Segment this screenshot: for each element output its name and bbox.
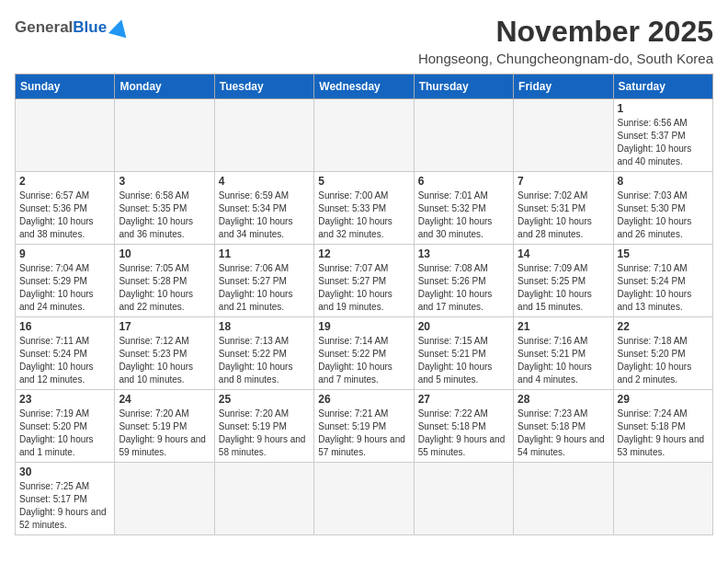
calendar-cell: 12Sunrise: 7:07 AM Sunset: 5:27 PM Dayli… [314,245,414,317]
day-info: Sunrise: 7:03 AM Sunset: 5:30 PM Dayligh… [618,190,709,241]
day-info: Sunrise: 7:24 AM Sunset: 5:18 PM Dayligh… [618,408,709,459]
calendar-header-wednesday: Wednesday [314,75,414,99]
calendar-cell: 28Sunrise: 7:23 AM Sunset: 5:18 PM Dayli… [514,390,613,463]
calendar-cell: 15Sunrise: 7:10 AM Sunset: 5:24 PM Dayli… [613,245,712,317]
day-info: Sunrise: 7:06 AM Sunset: 5:27 PM Dayligh… [219,262,310,314]
calendar-week-row: 16Sunrise: 7:11 AM Sunset: 5:24 PM Dayli… [16,317,713,390]
day-number: 27 [418,393,509,406]
day-number: 22 [618,320,709,333]
calendar-cell: 24Sunrise: 7:20 AM Sunset: 5:19 PM Dayli… [115,390,214,463]
calendar-cell: 17Sunrise: 7:12 AM Sunset: 5:23 PM Dayli… [115,317,214,390]
calendar-week-row: 30Sunrise: 7:25 AM Sunset: 5:17 PM Dayli… [16,463,713,535]
calendar-cell: 16Sunrise: 7:11 AM Sunset: 5:24 PM Dayli… [16,317,115,390]
calendar-header-friday: Friday [514,75,613,99]
day-info: Sunrise: 7:22 AM Sunset: 5:18 PM Dayligh… [418,408,509,459]
day-info: Sunrise: 7:04 AM Sunset: 5:29 PM Dayligh… [19,262,110,314]
logo-general-text: General [15,18,73,37]
calendar-cell: 30Sunrise: 7:25 AM Sunset: 5:17 PM Dayli… [16,463,115,535]
calendar-cell: 4Sunrise: 6:59 AM Sunset: 5:34 PM Daylig… [214,172,313,245]
calendar-cell: 8Sunrise: 7:03 AM Sunset: 5:30 PM Daylig… [613,172,712,245]
calendar-week-row: 2Sunrise: 6:57 AM Sunset: 5:36 PM Daylig… [16,172,713,245]
calendar-table: SundayMondayTuesdayWednesdayThursdayFrid… [15,74,713,535]
day-info: Sunrise: 7:21 AM Sunset: 5:19 PM Dayligh… [318,408,409,459]
calendar-cell: 26Sunrise: 7:21 AM Sunset: 5:19 PM Dayli… [314,390,414,463]
calendar-cell: 23Sunrise: 7:19 AM Sunset: 5:20 PM Dayli… [16,390,115,463]
day-info: Sunrise: 7:15 AM Sunset: 5:21 PM Dayligh… [418,335,509,386]
calendar-cell: 18Sunrise: 7:13 AM Sunset: 5:22 PM Dayli… [214,317,313,390]
calendar-week-row: 9Sunrise: 7:04 AM Sunset: 5:29 PM Daylig… [16,245,713,317]
day-info: Sunrise: 6:58 AM Sunset: 5:35 PM Dayligh… [119,190,210,241]
calendar-cell: 1Sunrise: 6:56 AM Sunset: 5:37 PM Daylig… [613,99,712,172]
calendar-cell: 6Sunrise: 7:01 AM Sunset: 5:32 PM Daylig… [414,172,513,245]
day-number: 3 [119,175,210,188]
calendar-cell: 21Sunrise: 7:16 AM Sunset: 5:21 PM Dayli… [514,317,613,390]
day-info: Sunrise: 7:00 AM Sunset: 5:33 PM Dayligh… [318,190,409,241]
calendar-header-monday: Monday [115,75,214,99]
day-number: 6 [418,175,509,188]
calendar-cell [214,463,313,535]
day-number: 15 [618,247,709,260]
day-number: 17 [119,320,210,333]
day-number: 29 [618,393,709,406]
day-number: 21 [518,320,609,333]
day-number: 20 [418,320,509,333]
day-info: Sunrise: 7:14 AM Sunset: 5:22 PM Dayligh… [318,335,409,386]
day-number: 5 [318,175,409,188]
day-info: Sunrise: 7:08 AM Sunset: 5:26 PM Dayligh… [418,262,509,314]
calendar-cell [16,99,115,172]
logo-triangle-icon [108,17,131,39]
calendar-header-saturday: Saturday [613,75,712,99]
calendar-cell: 29Sunrise: 7:24 AM Sunset: 5:18 PM Dayli… [613,390,712,463]
day-number: 16 [19,320,110,333]
calendar-cell: 20Sunrise: 7:15 AM Sunset: 5:21 PM Dayli… [414,317,513,390]
day-number: 13 [418,247,509,260]
day-number: 1 [618,102,709,115]
day-number: 2 [19,175,110,188]
calendar-cell [414,463,513,535]
calendar-cell: 11Sunrise: 7:06 AM Sunset: 5:27 PM Dayli… [214,245,313,317]
day-info: Sunrise: 7:01 AM Sunset: 5:32 PM Dayligh… [418,190,509,241]
day-info: Sunrise: 7:25 AM Sunset: 5:17 PM Dayligh… [19,480,110,532]
day-number: 8 [618,175,709,188]
calendar-cell [115,99,214,172]
day-info: Sunrise: 7:20 AM Sunset: 5:19 PM Dayligh… [219,408,310,459]
logo: General Blue [15,18,129,37]
calendar-cell [314,463,414,535]
calendar-cell: 9Sunrise: 7:04 AM Sunset: 5:29 PM Daylig… [16,245,115,317]
calendar-cell [514,463,613,535]
calendar-header-row: SundayMondayTuesdayWednesdayThursdayFrid… [16,75,713,99]
calendar-cell: 22Sunrise: 7:18 AM Sunset: 5:20 PM Dayli… [613,317,712,390]
calendar-cell: 25Sunrise: 7:20 AM Sunset: 5:19 PM Dayli… [214,390,313,463]
day-number: 4 [219,175,310,188]
day-number: 23 [19,393,110,406]
calendar-cell: 14Sunrise: 7:09 AM Sunset: 5:25 PM Dayli… [514,245,613,317]
calendar-cell [115,463,214,535]
calendar-header-tuesday: Tuesday [214,75,313,99]
calendar-cell: 7Sunrise: 7:02 AM Sunset: 5:31 PM Daylig… [514,172,613,245]
day-number: 9 [19,247,110,260]
calendar-cell: 3Sunrise: 6:58 AM Sunset: 5:35 PM Daylig… [115,172,214,245]
calendar-cell [613,463,712,535]
calendar-cell: 10Sunrise: 7:05 AM Sunset: 5:28 PM Dayli… [115,245,214,317]
day-info: Sunrise: 7:18 AM Sunset: 5:20 PM Dayligh… [618,335,709,386]
day-number: 11 [219,247,310,260]
logo-blue-text: Blue [73,18,107,37]
day-info: Sunrise: 7:09 AM Sunset: 5:25 PM Dayligh… [518,262,609,314]
day-info: Sunrise: 7:16 AM Sunset: 5:21 PM Dayligh… [518,335,609,386]
day-number: 14 [518,247,609,260]
calendar-header-thursday: Thursday [414,75,513,99]
calendar-cell: 13Sunrise: 7:08 AM Sunset: 5:26 PM Dayli… [414,245,513,317]
day-info: Sunrise: 7:10 AM Sunset: 5:24 PM Dayligh… [618,262,709,314]
day-info: Sunrise: 7:11 AM Sunset: 5:24 PM Dayligh… [19,335,110,386]
day-info: Sunrise: 7:02 AM Sunset: 5:31 PM Dayligh… [518,190,609,241]
day-info: Sunrise: 7:12 AM Sunset: 5:23 PM Dayligh… [119,335,210,386]
day-number: 18 [219,320,310,333]
day-number: 12 [318,247,409,260]
day-info: Sunrise: 6:56 AM Sunset: 5:37 PM Dayligh… [618,117,709,168]
calendar-cell [314,99,414,172]
location-subtitle: Hongseong, Chungcheongnam-do, South Kore… [418,51,713,66]
day-number: 30 [19,465,110,478]
calendar-cell [414,99,513,172]
calendar-cell: 27Sunrise: 7:22 AM Sunset: 5:18 PM Dayli… [414,390,513,463]
day-number: 25 [219,393,310,406]
